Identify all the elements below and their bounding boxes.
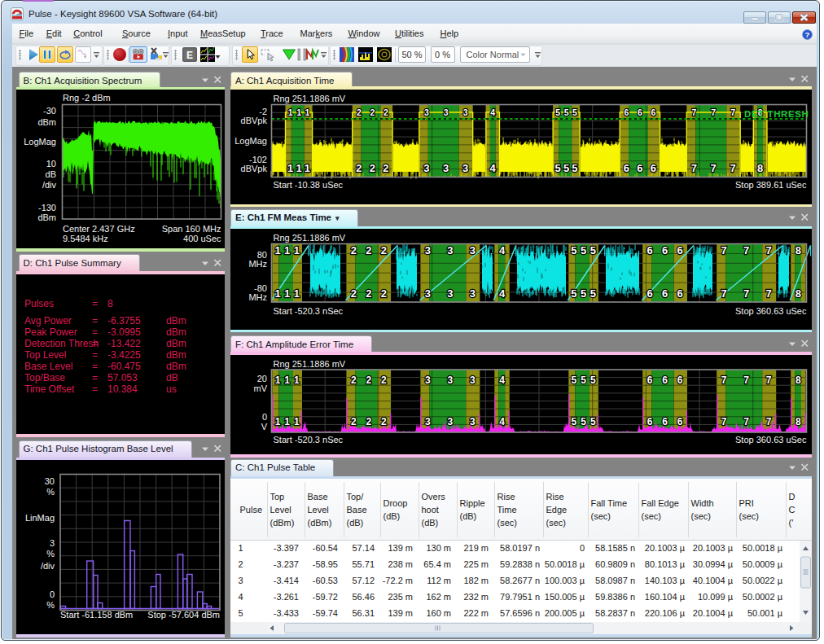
svg-text:3: 3 — [469, 415, 475, 427]
svg-text:6: 6 — [661, 287, 667, 300]
svg-text:6: 6 — [661, 244, 667, 256]
svg-text:2: 2 — [369, 162, 375, 174]
svg-text:4: 4 — [489, 162, 496, 174]
svg-text:6: 6 — [637, 107, 642, 117]
svg-text:7: 7 — [743, 374, 749, 385]
svg-text:5: 5 — [590, 287, 595, 300]
svg-text:7: 7 — [710, 162, 716, 174]
svg-text:8: 8 — [795, 287, 800, 300]
svg-text:7: 7 — [765, 244, 771, 256]
svg-text:4: 4 — [490, 107, 495, 117]
svg-text:7: 7 — [730, 162, 735, 174]
svg-text:6: 6 — [677, 415, 682, 427]
svg-text:1: 1 — [304, 162, 309, 174]
svg-text:7: 7 — [765, 415, 771, 427]
svg-text:7: 7 — [743, 415, 749, 427]
svg-text:?: ? — [805, 30, 810, 39]
svg-text:2: 2 — [366, 374, 371, 385]
svg-text:4: 4 — [498, 244, 505, 256]
svg-text:6: 6 — [637, 162, 642, 174]
svg-text:3: 3 — [425, 374, 431, 385]
svg-text:2: 2 — [380, 374, 386, 385]
svg-text:-30: -30 — [43, 106, 56, 116]
svg-text:V: V — [261, 421, 267, 431]
svg-text:1: 1 — [287, 162, 293, 174]
svg-text:7: 7 — [690, 162, 696, 174]
svg-text:1: 1 — [287, 107, 292, 117]
svg-text:2: 2 — [350, 244, 356, 256]
svg-text:6: 6 — [662, 374, 668, 385]
svg-text:1: 1 — [294, 374, 300, 385]
svg-text:400 uSec: 400 uSec — [183, 234, 221, 243]
svg-text:5: 5 — [571, 244, 576, 256]
svg-text:2: 2 — [383, 107, 388, 117]
svg-text:8: 8 — [757, 162, 763, 174]
svg-text:Stop 360.63 uSec: Stop 360.63 uSec — [735, 434, 807, 444]
svg-text:Start -520.3 nSec: Start -520.3 nSec — [273, 434, 343, 444]
svg-text:dBm: dBm — [37, 212, 56, 222]
svg-text:LogMag: LogMag — [234, 136, 267, 146]
svg-text:2: 2 — [350, 287, 356, 300]
svg-text:E: E — [186, 50, 193, 61]
svg-text:1: 1 — [293, 244, 299, 256]
svg-text:4: 4 — [499, 415, 505, 427]
svg-text:5: 5 — [580, 244, 585, 256]
svg-text:dBm: dBm — [37, 117, 56, 127]
svg-text:4: 4 — [498, 287, 505, 300]
svg-text:%: % — [46, 487, 55, 497]
svg-text:5: 5 — [554, 162, 560, 174]
svg-text:DET THRESH: DET THRESH — [744, 109, 809, 119]
svg-text:3: 3 — [425, 415, 431, 427]
svg-text:2: 2 — [356, 107, 361, 117]
svg-text:3: 3 — [447, 287, 453, 300]
svg-text:2: 2 — [356, 162, 362, 174]
svg-text:8: 8 — [795, 415, 800, 427]
svg-text:1: 1 — [284, 374, 290, 385]
svg-text:0: 0 — [261, 412, 266, 422]
svg-text:5: 5 — [572, 107, 576, 117]
svg-text:3: 3 — [424, 244, 430, 256]
svg-text:6: 6 — [651, 107, 655, 117]
svg-text:1: 1 — [284, 415, 290, 427]
svg-text:dBVpk: dBVpk — [240, 164, 267, 173]
svg-text:Stop 360.63 uSec: Stop 360.63 uSec — [735, 306, 807, 316]
svg-text:2: 2 — [380, 415, 386, 427]
svg-text:7: 7 — [711, 107, 716, 117]
svg-text:2: 2 — [366, 415, 371, 427]
svg-text:5: 5 — [563, 162, 568, 174]
svg-text:2: 2 — [380, 287, 386, 300]
svg-text:5: 5 — [571, 287, 576, 300]
svg-text:Rng -2 dBm: Rng -2 dBm — [63, 93, 111, 103]
svg-text:3: 3 — [443, 162, 449, 174]
svg-text:3: 3 — [423, 162, 429, 174]
svg-text:1: 1 — [294, 415, 300, 427]
svg-text:6: 6 — [677, 244, 682, 256]
svg-text:1: 1 — [296, 107, 301, 117]
svg-text:1: 1 — [284, 244, 290, 256]
svg-text:3: 3 — [447, 374, 453, 385]
svg-text:7: 7 — [730, 107, 735, 117]
svg-text:6: 6 — [646, 244, 652, 256]
svg-text:-130: -130 — [38, 203, 56, 212]
svg-text:3: 3 — [469, 287, 475, 300]
svg-text:1: 1 — [284, 287, 290, 300]
svg-text:1: 1 — [274, 287, 280, 300]
svg-text:2: 2 — [366, 244, 371, 256]
svg-text:5: 5 — [563, 107, 568, 117]
svg-text:5: 5 — [590, 244, 595, 256]
svg-text:1: 1 — [305, 107, 309, 117]
svg-text:mV: mV — [253, 383, 267, 393]
svg-text:%: % — [46, 600, 55, 610]
svg-text:7: 7 — [743, 287, 749, 300]
svg-text:6: 6 — [646, 415, 652, 427]
svg-text:3: 3 — [443, 107, 448, 117]
svg-text:2: 2 — [350, 415, 356, 427]
svg-text:7: 7 — [765, 287, 771, 300]
svg-text:2: 2 — [380, 244, 386, 256]
svg-text:8: 8 — [795, 374, 800, 385]
svg-text:7: 7 — [691, 107, 696, 117]
svg-text:5: 5 — [581, 415, 586, 427]
svg-text:Start -61.158 dBm: Start -61.158 dBm — [60, 610, 133, 620]
svg-text:5: 5 — [581, 374, 586, 385]
svg-text:/div: /div — [41, 561, 55, 571]
